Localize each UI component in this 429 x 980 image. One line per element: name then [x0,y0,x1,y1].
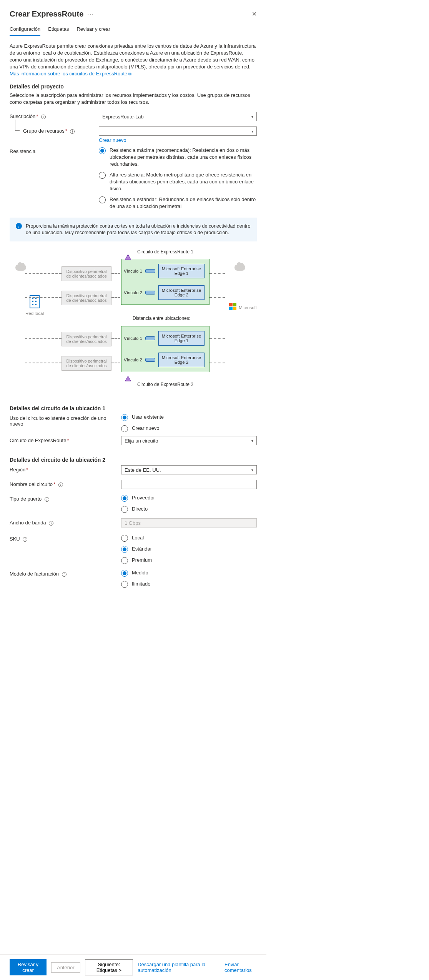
info-box: i Proporciona la máxima protección contr… [10,218,257,241]
close-icon[interactable]: ✕ [252,10,257,18]
resiliency-max-radio[interactable]: Resistencia máxima (recomendada): Resist… [99,147,257,168]
rg-select[interactable]: ▾ [99,126,257,136]
intro-text: Azure ExpressRoute permite crear conexio… [10,43,257,77]
circuit-select[interactable]: Elija un circuito▾ [121,436,257,445]
sku-standard-radio[interactable]: Estándar [121,546,257,553]
use-circuit-label: Uso del circuito existente o creación de… [10,414,121,427]
resiliency-standard-radio[interactable]: Resistencia estándar: Redundancia de enl… [99,196,257,210]
create-new-link[interactable]: Crear nuevo [99,137,257,143]
circuit-label: Circuito de ExpressRoute* [10,436,121,443]
page-title: Crear ExpressRoute [10,10,83,18]
tab-revisar[interactable]: Revisar y crear [76,26,110,36]
name-label: Nombre del circuito* i [10,480,121,487]
tab-configuracion[interactable]: Configuración [10,26,40,36]
project-desc: Seleccione la suscripción para administr… [10,92,257,106]
create-new-radio[interactable]: Crear nuevo [121,425,257,432]
billing-unlimited-radio[interactable]: Ilimitado [121,581,257,588]
sku-label: SKU i [10,534,121,542]
info-icon: i [16,223,22,229]
more-icon[interactable]: ··· [87,11,94,17]
project-heading: Detalles del proyecto [10,83,257,90]
tab-etiquetas[interactable]: Etiquetas [48,26,69,36]
billing-label: Modelo de facturación i [10,569,121,577]
port-direct-radio[interactable]: Directo [121,506,257,513]
loc1-heading: Detalles del circuito de la ubicación 1 [10,405,257,411]
topology-diagram: Circuito de ExpressRoute 1 Circuito de E… [10,249,257,395]
loc2-heading: Detalles del circuito de la ubicación 2 [10,457,257,463]
resiliency-high-radio[interactable]: Alta resistencia: Modelo metropolitano q… [99,171,257,192]
sku-local-radio[interactable]: Local [121,534,257,542]
bw-label: Ancho de banda i [10,518,121,526]
onprem-node: Red local [15,295,54,316]
svg-marker-0 [125,255,131,260]
bandwidth-select[interactable]: 1 Gbps [121,518,257,527]
info-icon[interactable]: i [41,115,46,119]
use-existing-radio[interactable]: Usar existente [121,414,257,421]
billing-metered-radio[interactable]: Medido [121,569,257,577]
info-icon[interactable]: i [70,129,75,134]
distance-label: Distancia entre ubicaciones: [133,316,190,321]
chevron-down-icon: ▾ [251,115,253,119]
region-select[interactable]: Este de EE. UU.▾ [121,465,257,474]
chevron-down-icon: ▾ [251,129,253,133]
region-label: Región* [10,465,121,473]
radio-icon [99,172,106,179]
subscription-select[interactable]: ExpressRoute-Lab▾ [99,112,257,121]
subscription-label: Suscripción* i [10,112,99,119]
radio-icon [99,147,106,154]
rg-label: Grupo de recursos* i [10,126,99,134]
port-label: Tipo de puerto i [10,494,121,502]
resiliency-label: Resistencia [10,147,99,154]
port-provider-radio[interactable]: Proveedor [121,494,257,502]
learn-more-link[interactable]: Más información sobre los circuitos de E… [10,71,131,77]
sku-premium-radio[interactable]: Premium [121,557,257,564]
tab-bar: Configuración Etiquetas Revisar y crear [10,26,257,36]
svg-marker-1 [125,376,131,381]
radio-icon [99,196,106,203]
ms-node: Microsoft [229,303,257,312]
circuit-name-input[interactable] [121,480,257,489]
